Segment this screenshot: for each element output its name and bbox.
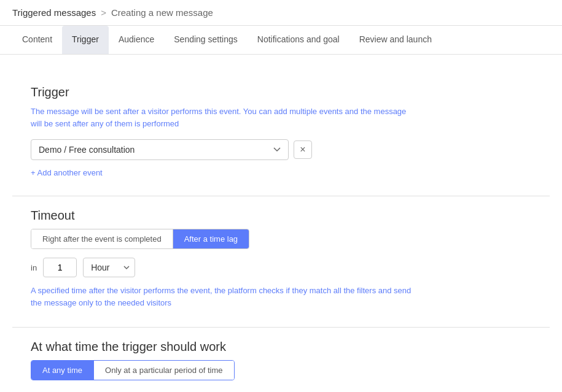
worktime-btn-any-time[interactable]: At any time xyxy=(31,361,94,380)
time-number-input[interactable] xyxy=(43,258,77,277)
worktime-buttons: At any time Only at a particular period … xyxy=(31,360,235,380)
content-panel: Trigger The message will be sent after a… xyxy=(12,73,550,392)
tab-audience[interactable]: Audience xyxy=(109,26,164,54)
worktime-note: The message will be send when the visito… xyxy=(31,389,412,392)
time-input-row: in Minute Hour Day xyxy=(31,258,531,277)
timeout-btn-after-lag[interactable]: After a time lag xyxy=(173,229,249,248)
breadcrumb-sub: Creating a new message xyxy=(111,7,213,18)
main-content: Trigger The message will be sent after a… xyxy=(0,55,562,392)
time-unit-select[interactable]: Minute Hour Day xyxy=(83,258,135,277)
tab-content[interactable]: Content xyxy=(12,26,62,54)
breadcrumb-bar: Triggered messages > Creating a new mess… xyxy=(0,0,562,26)
trigger-title: Trigger xyxy=(31,85,531,99)
tab-trigger[interactable]: Trigger xyxy=(62,26,109,54)
tab-sending-settings[interactable]: Sending settings xyxy=(164,26,248,54)
event-select[interactable]: Demo / Free consultation Sign up Purchas… xyxy=(31,139,289,160)
worktime-section: At what time the trigger should work At … xyxy=(12,328,550,392)
remove-event-button[interactable]: × xyxy=(294,140,312,159)
in-label: in xyxy=(31,263,37,272)
trigger-section: Trigger The message will be sent after a… xyxy=(12,73,550,196)
event-row: Demo / Free consultation Sign up Purchas… xyxy=(31,139,531,160)
timeout-title: Timeout xyxy=(31,209,531,223)
worktime-title: At what time the trigger should work xyxy=(31,340,531,354)
breadcrumb-main: Triggered messages xyxy=(12,7,96,18)
timeout-btn-right-after[interactable]: Right after the event is completed xyxy=(31,229,173,248)
add-event-link[interactable]: + Add another event xyxy=(31,168,103,177)
tabs-bar: Content Trigger Audience Sending setting… xyxy=(0,26,562,55)
timeout-buttons: Right after the event is completed After… xyxy=(31,229,249,249)
tab-review-launch[interactable]: Review and launch xyxy=(349,26,442,54)
trigger-description: The message will be sent after a visitor… xyxy=(31,106,412,129)
worktime-btn-particular[interactable]: Only at a particular period of time xyxy=(94,361,233,380)
tab-notifications-goal[interactable]: Notifications and goal xyxy=(248,26,349,54)
timeout-note: A specified time after the visitor perfo… xyxy=(31,285,412,309)
timeout-section: Timeout Right after the event is complet… xyxy=(12,196,550,328)
breadcrumb-separator: > xyxy=(101,7,106,18)
